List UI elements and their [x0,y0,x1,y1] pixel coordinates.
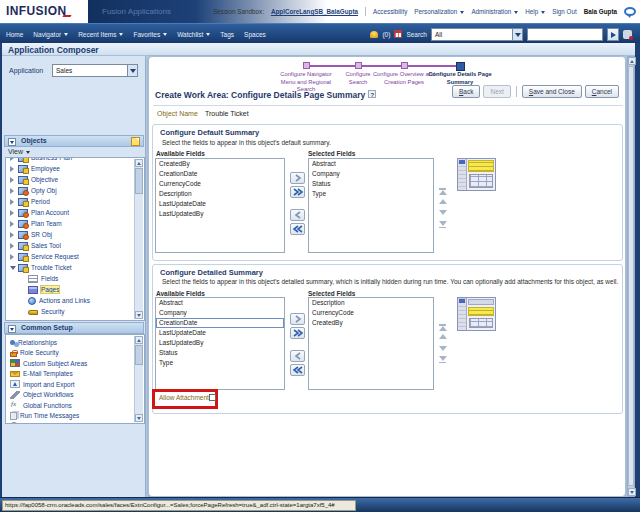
move-top-icon[interactable] [438,188,447,196]
common-setup-item[interactable]: E-Mail Templates [6,369,144,380]
allow-attachments-checkbox[interactable] [209,394,216,401]
field-option[interactable]: Abstract [156,298,284,308]
field-option[interactable]: Description [156,189,284,199]
scrollbar-thumb[interactable] [628,66,634,486]
cancel-button[interactable]: Cancel [585,85,619,98]
field-option[interactable]: CreatedBy [156,159,284,169]
tree-item[interactable]: Objective [6,174,144,185]
field-option[interactable]: CreationDate [156,318,284,328]
field-option[interactable]: CreatedBy [309,318,433,328]
common-setup-item[interactable]: Import and Export [6,379,144,390]
field-option[interactable]: Status [156,348,284,358]
expand-icon[interactable] [10,177,18,183]
scrollbar-thumb[interactable] [135,345,143,365]
field-option[interactable]: Type [309,189,433,199]
scroll-down-icon[interactable] [135,414,143,422]
move-up-icon[interactable] [438,199,447,207]
chevron-down-icon[interactable] [127,65,137,76]
help-icon[interactable]: ? [368,90,376,98]
selected-fields-list[interactable]: DescriptionCurrencyCodeCreatedBy [308,297,434,390]
expand-icon[interactable] [10,243,18,249]
tree-item[interactable]: Sales Tool [6,240,144,251]
tree-item[interactable]: Opty Obj [6,185,144,196]
application-select[interactable]: Sales [52,64,138,77]
nav-menu-item[interactable]: Favorites [133,31,167,38]
common-setup-item[interactable]: Web Services [6,421,144,424]
common-setup-item[interactable]: Global Functions [6,400,144,411]
conversation-icon[interactable] [624,7,636,16]
field-option[interactable]: Company [309,169,433,179]
move-bottom-icon[interactable] [438,220,447,228]
move-icon[interactable] [290,172,305,184]
available-fields-list[interactable]: AbstractCompanyCreationDateLastUpdateDat… [155,297,285,390]
field-option[interactable]: CurrencyCode [156,179,284,189]
move-top-icon[interactable] [438,324,447,332]
common-setup-item[interactable]: Role Security [6,348,144,359]
global-link[interactable]: Administration [471,8,518,15]
tree-item[interactable]: Plan Team [6,218,144,229]
move-all-icon[interactable] [290,327,305,339]
scroll-down-icon[interactable] [628,488,636,496]
train-step[interactable]: Configure Navigator Menu and Regional Se… [274,62,338,94]
tree-item[interactable]: Actions and Links [6,295,144,306]
field-option[interactable]: CreationDate [156,169,284,179]
tree-item[interactable]: Security [6,306,144,317]
nav-menu-item[interactable]: Spaces [244,31,266,38]
common-setup-item[interactable]: Custom Subject Areas [6,358,144,369]
scroll-down-icon[interactable] [135,311,143,319]
train-step[interactable]: Configure Details Page Summary [426,62,494,86]
tree-item[interactable]: Fields [6,273,144,284]
move-up-icon[interactable] [438,334,447,342]
move-down-icon[interactable] [438,346,447,354]
tree-item[interactable]: Plan Account [6,207,144,218]
field-option[interactable]: LastUpdatedBy [156,338,284,348]
expand-icon[interactable] [10,266,18,270]
field-option[interactable]: Type [156,358,284,368]
back-button[interactable]: Back [452,85,480,98]
move-icon[interactable] [290,313,305,325]
expand-icon[interactable] [10,210,18,216]
field-option[interactable]: LastUpdatedBy [156,209,284,219]
expand-icon[interactable] [10,188,18,194]
tree-item[interactable]: Service Request [6,251,144,262]
session-sandbox-link[interactable]: ApplCoreLangSB_BalaGupta [271,8,358,15]
tree-scrollbar[interactable] [134,159,143,319]
tree-item[interactable]: SR Obj [6,229,144,240]
global-link[interactable]: Help [525,8,545,15]
new-object-icon[interactable] [131,137,140,146]
objects-section-header[interactable]: Objects [4,135,144,147]
field-option[interactable]: LastUpdateDate [156,328,284,338]
scroll-up-icon[interactable] [135,159,143,167]
expand-icon[interactable] [10,232,18,238]
common-setup-item[interactable]: Run Time Messages [6,411,144,422]
tree-item[interactable]: Pages [6,284,144,295]
notifications-bell-icon[interactable] [370,31,378,38]
move-down-icon[interactable] [438,210,447,218]
tree-item[interactable]: Employee [6,163,144,174]
view-menu-button[interactable]: View [8,148,30,155]
expand-icon[interactable] [10,199,18,205]
save-and-close-button[interactable]: Save and Close [522,85,582,98]
scroll-up-icon[interactable] [135,336,143,344]
nav-menu-item[interactable]: Recent Items [78,31,123,38]
tree-item[interactable]: Trouble Ticket [6,262,144,273]
remove-all-icon[interactable] [290,364,305,376]
field-option[interactable]: LastUpdateDate [156,199,284,209]
global-search-input[interactable] [527,28,603,41]
advanced-search-icon[interactable] [623,30,632,39]
remove-all-icon[interactable] [290,223,305,235]
remove-icon[interactable] [290,209,305,221]
collapse-icon[interactable] [8,325,16,333]
nav-menu-item[interactable]: Home [6,31,23,38]
nav-menu-item[interactable]: Tags [220,31,234,38]
field-option[interactable]: Company [156,308,284,318]
expand-icon[interactable] [10,166,18,172]
search-go-button[interactable] [607,28,619,41]
move-all-icon[interactable] [290,186,305,198]
available-fields-list[interactable]: CreatedByCreationDateCurrencyCodeDescrip… [155,158,285,253]
nav-menu-item[interactable]: Navigator [33,31,68,38]
collapse-icon[interactable] [8,138,16,146]
expand-icon[interactable] [10,221,18,227]
field-option[interactable]: CurrencyCode [309,308,433,318]
calendar-icon[interactable] [394,30,402,38]
